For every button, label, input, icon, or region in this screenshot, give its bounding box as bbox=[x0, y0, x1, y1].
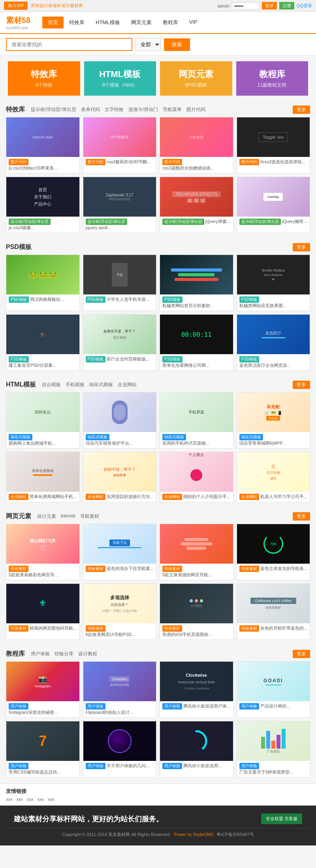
tutorial-item-2[interactable]: Company 鼠标移动动画 用户体验Flipboard的创始人设计... bbox=[83, 661, 157, 718]
psd-item-1[interactable]: 🐸🐸🐸 PSD模板萌洁风格模板站... bbox=[6, 255, 80, 311]
tutorial-thumb-4: GOADI bbox=[237, 662, 310, 701]
search-button[interactable]: 搜索 bbox=[164, 38, 190, 51]
element-item-2[interactable]: 导航下拉 特效素材蓝色的渐步下拉导航素... bbox=[83, 524, 157, 580]
effects-more-link[interactable]: 更多 bbox=[293, 106, 310, 114]
element-item-6[interactable]: 多项选择 你想选择？ 计划一 计划二 计划 计划 特效素材8款效美网页UI导航P… bbox=[83, 583, 157, 640]
psd-item-3[interactable]: PSD模板机械类网站首页分割素材... bbox=[160, 255, 233, 311]
effects-tab-6[interactable]: 图片代码 bbox=[186, 106, 205, 113]
html-tab-1[interactable]: 后台模板 bbox=[42, 381, 61, 388]
fl-link-5[interactable]: xxx bbox=[48, 797, 55, 802]
fl-link-3[interactable]: xxx bbox=[27, 797, 34, 802]
psd-more-link[interactable]: 更多 bbox=[293, 243, 310, 251]
tutorial-item-6[interactable]: 用户体验关于用户体验的几问... bbox=[83, 721, 157, 777]
login-button[interactable]: 登录 bbox=[262, 2, 277, 9]
html-more-link[interactable]: 更多 bbox=[293, 381, 310, 389]
html-item-4[interactable]: 补充柜 🛒💳📱 SALE 响应式模板综合零售商城网站APP... bbox=[237, 392, 310, 449]
effects-tab-1[interactable]: 提示框/浮动层/弹出层 bbox=[31, 106, 76, 113]
effect-item-6[interactable]: Zaphaniah 3:17 MOTIVATING 提示框/浮动层/弹出层jqu… bbox=[83, 177, 157, 233]
psd-thumb-8: 蓝色医疗 bbox=[237, 315, 310, 354]
html-tab-2[interactable]: 手机模板 bbox=[66, 381, 85, 388]
nav-item-home[interactable]: 首页 bbox=[42, 17, 64, 28]
psd-item-4[interactable]: Border-Radius Box-Shadow ▼ PSD模板机械类网站应页效… bbox=[237, 255, 310, 311]
fl-link-2[interactable]: xxx bbox=[17, 797, 23, 802]
tutorial-tag-8: 用户体验 bbox=[239, 763, 259, 769]
effect-info-6: 提示框/浮动层/弹出层jquery win8... bbox=[83, 217, 156, 232]
tutorial-info-5: 用户体验常用CSS编写前选总总结... bbox=[6, 761, 79, 777]
tutorial-item-8[interactable]: 广告类型 用户体验广告文案关于3种表现类型... bbox=[237, 721, 310, 777]
elements-tab-2[interactable]: banner bbox=[61, 513, 75, 520]
nav-item-tutorials[interactable]: 教程库 bbox=[157, 17, 184, 28]
tutorial-item-1[interactable]: 📸 Instagram 用户体验Instagram深度佳的秘密... bbox=[6, 661, 80, 718]
effect-item-2[interactable]: 3D书翻效果 图片代码css3被风吹动3D书翻... bbox=[83, 117, 157, 174]
html-item-1[interactable]: 团购食品 响应式模板团购网上食品商城手机... bbox=[6, 392, 80, 449]
effect-item-5[interactable]: 首页 关于我们 产品中心 提示框/浮动层/弹出层js css3镜像... bbox=[6, 177, 80, 233]
search-input[interactable] bbox=[6, 38, 132, 51]
register-button[interactable]: 注册 bbox=[279, 2, 294, 9]
tutorials-more-link[interactable]: 更多 bbox=[293, 650, 310, 658]
html-item-7[interactable]: 个人简介 企业网站细的的个人介绍面示手... bbox=[160, 452, 233, 502]
effect-item-7[interactable]: TEN HOVER EFFECTS A B C 提示框/浮动层/弹出层jQuer… bbox=[160, 177, 233, 233]
effect-item-8[interactable]: overlay 提示框/浮动层/弹出层jQuery侧滑... bbox=[237, 177, 310, 233]
tutorial-item-5[interactable]: 7 用户体验常用CSS编写前选总总结... bbox=[6, 721, 80, 777]
elements-more-link[interactable]: 更多 bbox=[293, 512, 310, 521]
effect-info-1: 图片代码js css3仿MacOS苹果系... bbox=[6, 157, 79, 173]
tutorials-tab-2[interactable]: 经验分享 bbox=[55, 651, 73, 657]
psd-desc-2: 大学生人选手机专器... bbox=[107, 297, 149, 302]
html-tag-3: 响应式模板 bbox=[162, 434, 186, 440]
element-item-7[interactable]: iOS图标 特效素材简易的iOS手机页面图标... bbox=[160, 583, 233, 640]
tutorial-desc-8: 广告文案关于3种表现类型... bbox=[239, 770, 293, 774]
element-item-1[interactable]: 就让我们飞升 🌸 特效素材5款效美风格彩色网页导... bbox=[6, 524, 80, 580]
tutorial-item-7[interactable]: 用户体验腾讯你小发设说用... bbox=[160, 721, 233, 777]
nav-item-vip[interactable]: VIP bbox=[184, 17, 203, 28]
effect-item-1[interactable]: macOS style 图片代码js css3仿MacOS苹果系... bbox=[6, 117, 80, 174]
elements-tab-3[interactable]: 导航素材 bbox=[80, 513, 99, 520]
fl-link-4[interactable]: xxx bbox=[38, 797, 44, 802]
nav-item-elements[interactable]: 网页元素 bbox=[126, 17, 157, 28]
tutorials-tab-3[interactable]: 设计教程 bbox=[78, 651, 97, 657]
psd-tag-4: PSD模板 bbox=[239, 296, 260, 303]
html-item-6[interactable]: 好的不错，举子？ 旅游界面 企业网站实用游踪的游旅行方向... bbox=[83, 452, 157, 502]
psd-item-2[interactable]: 手机 PSD模板大学生人选手机专器... bbox=[83, 255, 157, 311]
cat-block-effects[interactable]: 特效库 8个特效 bbox=[8, 61, 80, 96]
html-tab-3[interactable]: 响应式模板 bbox=[89, 381, 113, 388]
qq-login-link[interactable]: QQ登录 bbox=[297, 3, 312, 9]
element-item-4[interactable]: 导航 特效素材蓝色立体发光的导航条... bbox=[237, 524, 310, 580]
add-vip-button[interactable]: 加入VIP bbox=[4, 2, 28, 10]
html-item-2[interactable]: 响应式模板综合汽车销售保护平台... bbox=[83, 392, 157, 449]
html-tab-4[interactable]: 企业网站 bbox=[118, 381, 137, 388]
tutorial-item-4[interactable]: GOADI 用户体验产品设计师的... bbox=[237, 661, 310, 718]
effects-tab-3[interactable]: 文字特效 bbox=[105, 106, 124, 113]
nav-item-effects[interactable]: 特效库 bbox=[64, 17, 90, 28]
html-item-3[interactable]: 手机界面 响应式模板实用的手机样式页面模... bbox=[160, 392, 233, 449]
psd-item-5[interactable]: 🏗️ PSD模板建工集首页PSD分层素... bbox=[6, 314, 80, 371]
effects-tab-4[interactable]: 选项卡/滑动门 bbox=[128, 106, 158, 113]
main-header: 素材58 sucai58.com 首页 特效库 HTML模板 网页元素 教程库 … bbox=[0, 12, 316, 34]
friendly-links-list: xxx xxx xxx xxx xxx bbox=[6, 797, 310, 802]
nav-item-html[interactable]: HTML模板 bbox=[90, 17, 125, 28]
tutorials-tab-1[interactable]: 用户体验 bbox=[31, 651, 50, 657]
effects-tab-2[interactable]: 表单代码 bbox=[81, 106, 100, 113]
search-select[interactable]: 全部 bbox=[135, 38, 161, 51]
html-item-8[interactable]: 无 无尽奔跑 进行 企业网站机器人与学习学公司手... bbox=[237, 452, 310, 502]
cat-block-tutorials[interactable]: 教程库 11篇教程文档 bbox=[236, 61, 308, 96]
element-desc-6: 8款效美网页UI导航PSD... bbox=[86, 632, 135, 637]
psd-item-7[interactable]: 00:00:11 PSD模板简单化光晕网络公司网... bbox=[160, 314, 233, 371]
element-thumb-4: 导航 bbox=[237, 524, 310, 564]
psd-item-6[interactable]: 如果你不是，举子？ 医疗界面 PSD模板医疗企业列页模板版... bbox=[83, 314, 157, 371]
html-item-5[interactable]: 简单化便商城 企业网站简单化便商城网站手机... bbox=[6, 452, 80, 502]
html-section-header: HTML模板 后台模板 手机模板 响应式模板 企业网站 更多 bbox=[6, 381, 310, 389]
cat-block-html[interactable]: HTML模板 8个模板（html） bbox=[84, 61, 156, 96]
cat-block-elements[interactable]: 网页元素 8PSD素材 bbox=[160, 61, 232, 96]
effect-item-4[interactable]: Toggle 'em 图片代码#css3选选化选造按钮... bbox=[237, 117, 310, 174]
tutorial-item-3[interactable]: Clockwise Horizontal Vertical Both Count… bbox=[160, 661, 233, 718]
password-input[interactable] bbox=[232, 2, 260, 9]
effects-tab-5[interactable]: 导航菜单 bbox=[163, 106, 182, 113]
elements-tab-1[interactable]: 设计元素 bbox=[37, 513, 56, 520]
element-item-8[interactable]: Chilhouse Lo-Fi Coffee 灰色导航栏 特效素材灰色的导航栏带… bbox=[237, 583, 310, 640]
effect-item-3[interactable]: 火焰动画 图片代码css3超酷的火焰燃烧动画... bbox=[160, 117, 233, 174]
html-desc-4: 综合零售商城网站APP... bbox=[239, 441, 286, 445]
fl-link-1[interactable]: xxx bbox=[6, 797, 13, 802]
psd-item-8[interactable]: 蓝色医疗 PSD模板蓝色简洁医疗企业网页设... bbox=[237, 314, 310, 371]
element-item-3[interactable]: 特效素材5款立体渐感的网页导航... bbox=[160, 524, 233, 580]
element-item-5[interactable]: ⚜ 特效素材精美的网页图包码导航... bbox=[6, 583, 80, 640]
